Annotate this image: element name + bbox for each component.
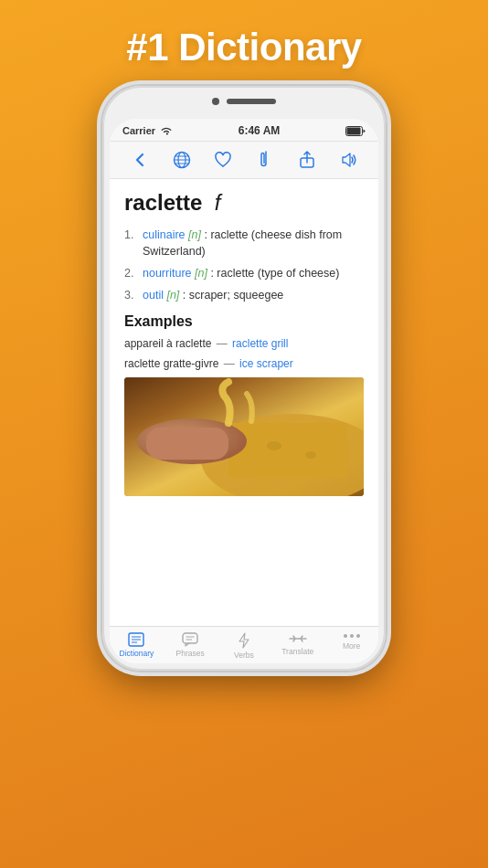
def-text-3: : scraper; squeegee: [183, 289, 284, 302]
speaker-icon: [339, 152, 357, 168]
heart-icon: [214, 152, 232, 168]
toolbar: [110, 142, 378, 179]
phone-mockup: Carrier 6:46 AM: [102, 86, 386, 671]
globe-button[interactable]: [161, 147, 203, 173]
definition-item-2: 2. nourriture [n] : raclette (type of ch…: [124, 265, 364, 281]
globe-icon: [173, 151, 191, 169]
definition-item-3: 3. outil [n] : scraper; squeegee: [124, 287, 364, 303]
definition-item-1: 1. culinaire [n] : raclette (cheese dish…: [124, 227, 364, 259]
tab-phrases[interactable]: Phrases: [164, 630, 217, 662]
tab-verbs[interactable]: Verbs: [217, 630, 271, 662]
tab-verbs-label: Verbs: [234, 651, 254, 660]
tab-phrases-label: Phrases: [176, 649, 205, 658]
favorite-button[interactable]: [202, 148, 244, 172]
def-text-2: : raclette (type of cheese): [210, 267, 339, 280]
example-source-1: appareil à raclette: [124, 337, 211, 350]
word-pos: f: [215, 190, 221, 215]
status-left: Carrier: [122, 125, 173, 136]
word-title: raclette f: [124, 190, 364, 216]
def-word-1: culinaire: [143, 228, 186, 241]
translate-icon: [289, 632, 307, 645]
word-text: raclette: [124, 190, 202, 215]
svg-point-27: [356, 634, 360, 638]
def-tag-1: [n]: [188, 228, 201, 241]
dots-icon: [344, 632, 360, 640]
phone-screen: Carrier 6:46 AM: [110, 119, 378, 663]
front-camera: [212, 98, 219, 105]
example-trans-1: raclette grill: [232, 337, 288, 350]
svg-point-13: [305, 451, 316, 459]
svg-rect-20: [183, 633, 197, 643]
tab-translate[interactable]: Translate: [271, 630, 324, 662]
def-num-3: 3.: [124, 287, 137, 303]
phone-frame: Carrier 6:46 AM: [102, 86, 386, 671]
lightning-icon: [238, 632, 250, 649]
wifi-icon: [160, 126, 173, 136]
status-bar: Carrier 6:46 AM: [110, 119, 378, 142]
definitions-list: 1. culinaire [n] : raclette (cheese dish…: [124, 227, 364, 304]
example-trans-2: ice scraper: [239, 357, 293, 370]
content-area: raclette f 1. culinaire [n] : raclette (…: [110, 179, 378, 626]
def-body-3: outil [n] : scraper; squeegee: [143, 287, 283, 303]
svg-marker-11: [228, 423, 347, 478]
back-button[interactable]: [119, 149, 161, 171]
svg-marker-23: [239, 633, 249, 648]
food-image: [124, 377, 364, 496]
example-dash-2: —: [224, 357, 238, 370]
example-source-2: raclette gratte-givre: [124, 357, 218, 370]
svg-point-12: [267, 441, 281, 450]
def-tag-2: [n]: [195, 267, 207, 280]
tab-dictionary-label: Dictionary: [120, 649, 154, 658]
battery-icon: [345, 126, 366, 136]
def-num-1: 1.: [124, 227, 137, 259]
svg-point-26: [350, 634, 354, 638]
example-item-2: raclette gratte-givre — ice scraper: [124, 355, 364, 372]
food-illustration: [124, 377, 364, 496]
def-num-2: 2.: [124, 265, 137, 281]
tab-translate-label: Translate: [281, 647, 313, 656]
share-button[interactable]: [286, 147, 328, 173]
def-body-2: nourriture [n] : raclette (type of chees…: [143, 265, 339, 281]
def-word-3: outil: [143, 289, 164, 302]
tab-dictionary[interactable]: Dictionary: [110, 630, 164, 662]
tab-bar: Dictionary Phrases: [110, 626, 378, 663]
svg-rect-15: [146, 428, 228, 460]
def-body-1: culinaire [n] : raclette (cheese dish fr…: [143, 227, 364, 259]
earpiece-speaker: [227, 99, 276, 104]
def-tag-3: [n]: [166, 289, 179, 302]
back-icon: [135, 153, 144, 167]
share-icon: [299, 151, 315, 169]
phone-top-bar: [212, 98, 276, 105]
example-item-1: appareil à raclette — raclette grill: [124, 335, 364, 352]
bookmark-icon: [128, 632, 144, 647]
speaker-button[interactable]: [327, 148, 369, 172]
svg-point-25: [344, 634, 347, 638]
tab-more[interactable]: More: [324, 630, 378, 662]
status-time: 6:46 AM: [239, 124, 281, 137]
examples-heading: Examples: [124, 313, 364, 330]
carrier-label: Carrier: [122, 125, 155, 136]
chat-icon: [182, 632, 198, 647]
def-word-2: nourriture: [143, 267, 192, 280]
tab-more-label: More: [343, 641, 360, 651]
app-headline: #1 Dictionary: [126, 26, 361, 69]
note-button[interactable]: [244, 147, 286, 173]
clip-icon: [258, 151, 272, 169]
example-dash-1: —: [217, 337, 230, 350]
svg-rect-1: [347, 127, 361, 134]
status-right: [345, 126, 366, 136]
